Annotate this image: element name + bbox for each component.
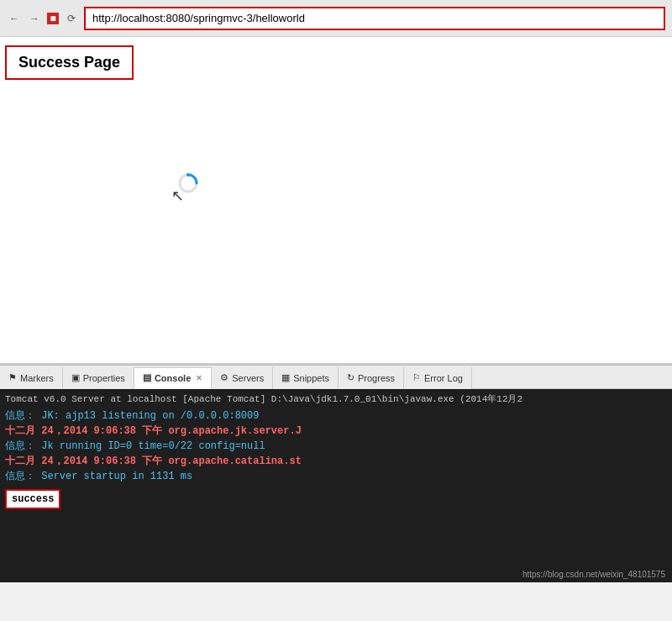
browser-content: Success Page ↖ xyxy=(0,37,672,365)
back-button[interactable]: ← xyxy=(7,11,22,26)
cursor-icon: ↖ xyxy=(171,187,184,205)
page-title: Success Page xyxy=(18,54,120,71)
address-bar[interactable] xyxy=(84,7,665,30)
tab-markers[interactable]: ⚑ Markers xyxy=(0,367,63,389)
watermark: https://blog.csdn.net/weixin_48101575 xyxy=(522,570,665,579)
tab-console[interactable]: ▤ Console ✕ xyxy=(134,367,212,389)
eclipse-panel: ⚑ Markers ▣ Properties ▤ Console ✕ ⚙ Ser… xyxy=(0,365,672,582)
console-success-badge: success xyxy=(5,489,60,509)
tab-errorlog[interactable]: ⚐ Error Log xyxy=(404,367,472,389)
loading-spinner-area: ↖ xyxy=(176,171,200,198)
tab-progress[interactable]: ↻ Progress xyxy=(339,367,404,389)
browser-toolbar: ← → ■ ⟳ xyxy=(0,0,672,37)
tab-properties[interactable]: ▣ Properties xyxy=(63,367,134,389)
servers-icon: ⚙ xyxy=(220,372,228,383)
tab-snippets[interactable]: ▦ Snippets xyxy=(273,367,339,389)
forward-button[interactable]: → xyxy=(27,11,42,26)
tab-progress-label: Progress xyxy=(358,373,395,383)
tab-properties-label: Properties xyxy=(83,373,125,383)
console-header: Tomcat v6.0 Server at localhost [Apache … xyxy=(5,392,667,405)
console-output[interactable]: Tomcat v6.0 Server at localhost [Apache … xyxy=(0,389,672,582)
console-line-1: 信息： JK: ajp13 listening on /0.0.0.0:8009 xyxy=(5,408,667,424)
tab-bar: ⚑ Markers ▣ Properties ▤ Console ✕ ⚙ Ser… xyxy=(0,366,672,389)
errorlog-icon: ⚐ xyxy=(412,372,421,383)
tab-servers[interactable]: ⚙ Servers xyxy=(212,367,273,389)
console-line-5: 信息： Server startup in 1131 ms xyxy=(5,469,667,484)
page-title-box: Success Page xyxy=(5,45,134,80)
tab-console-label: Console xyxy=(155,373,191,383)
properties-icon: ▣ xyxy=(71,372,80,383)
markers-icon: ⚑ xyxy=(8,372,17,383)
console-icon: ▤ xyxy=(143,372,151,383)
console-close-icon[interactable]: ✕ xyxy=(196,374,202,382)
console-wrapper: Tomcat v6.0 Server at localhost [Apache … xyxy=(0,389,672,582)
snippets-icon: ▦ xyxy=(281,372,290,383)
refresh-button[interactable]: ⟳ xyxy=(64,11,79,26)
stop-button[interactable]: ■ xyxy=(47,13,59,24)
tab-markers-label: Markers xyxy=(20,373,54,383)
tab-servers-label: Servers xyxy=(232,373,264,383)
console-line-4: 十二月 24，2014 9:06:38 下午 org.apache.catali… xyxy=(5,454,667,469)
progress-icon: ↻ xyxy=(347,372,354,383)
svg-point-1 xyxy=(186,173,190,176)
tab-errorlog-label: Error Log xyxy=(424,373,463,383)
console-line-2: 十二月 24，2014 9:06:38 下午 org.apache.jk.ser… xyxy=(5,424,667,439)
console-line-3: 信息： Jk running ID=0 time=0/22 config=nul… xyxy=(5,439,667,454)
tab-snippets-label: Snippets xyxy=(293,373,329,383)
